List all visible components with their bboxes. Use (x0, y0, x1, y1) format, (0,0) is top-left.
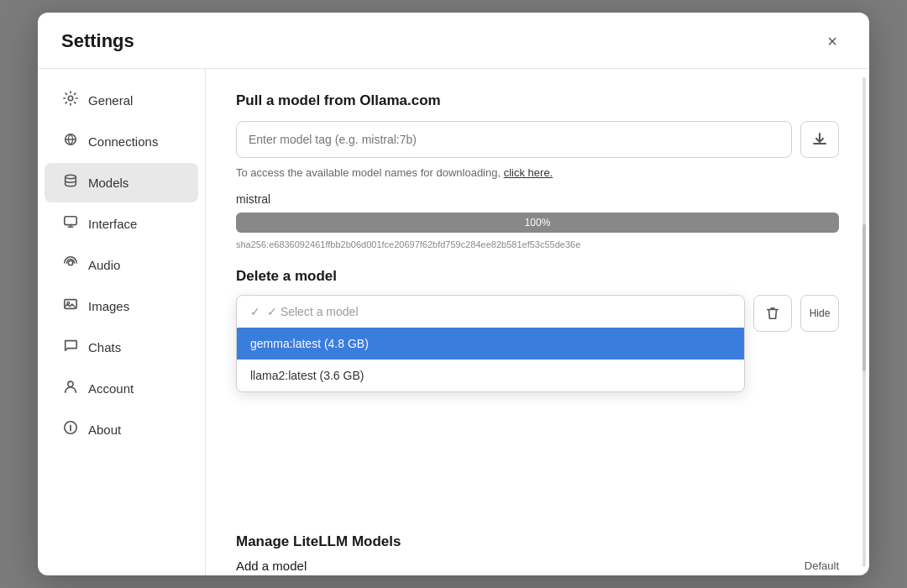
sidebar-item-models[interactable]: Models (45, 163, 198, 202)
dropdown-placeholder-item: ✓ ✓ Select a model (237, 296, 744, 328)
svg-point-6 (68, 381, 73, 386)
sidebar-item-label-audio: Audio (88, 258, 120, 272)
add-model-label: Add a model (236, 559, 307, 573)
sidebar-item-images[interactable]: Images (45, 286, 198, 326)
sidebar-item-label-models: Models (88, 176, 128, 190)
sha-text: sha256:e6836092461ffbb2b06d001fce20697f6… (236, 239, 839, 249)
content-area: Pull a model from Ollama.com To access t… (206, 69, 869, 575)
sidebar-item-account[interactable]: Account (45, 369, 198, 408)
modal-backdrop: Settings × General Connections Models In… (0, 0, 907, 588)
sidebar-item-label-connections: Connections (88, 134, 158, 149)
svg-point-1 (66, 175, 76, 179)
svg-point-3 (68, 260, 72, 265)
sidebar-item-label-general: General (88, 93, 133, 108)
sidebar-item-connections[interactable]: Connections (45, 122, 198, 161)
download-button[interactable] (800, 121, 839, 158)
trash-icon (765, 306, 780, 321)
account-icon (61, 379, 80, 398)
svg-rect-2 (65, 217, 76, 225)
dropdown-item-gemma[interactable]: gemma:latest (4.8 GB) (237, 328, 744, 360)
sidebar: General Connections Models Interface Aud… (38, 69, 206, 575)
sidebar-item-audio[interactable]: Audio (45, 245, 198, 285)
sidebar-item-about[interactable]: About (45, 410, 198, 449)
progress-bar-container: 100% (236, 213, 839, 233)
close-button[interactable]: × (819, 28, 846, 55)
svg-point-0 (68, 96, 72, 100)
default-label: Default (805, 559, 839, 572)
hide-label: Hide (810, 307, 831, 319)
general-icon (61, 91, 80, 110)
interface-icon (61, 214, 80, 234)
manage-section: Manage LiteLLM Models Add a model Defaul… (236, 533, 839, 575)
sidebar-item-label-about: About (88, 423, 121, 437)
sidebar-item-interface[interactable]: Interface (45, 204, 198, 244)
dropdown-item-llama2[interactable]: llama2:latest (3.6 GB) (237, 360, 744, 391)
model-name-label: mistral (236, 192, 839, 206)
images-icon (61, 297, 80, 316)
delete-row: ✓ ✓ Select a model gemma:latest (4.8 GB)… (236, 295, 839, 332)
download-icon (811, 131, 828, 148)
about-icon (61, 420, 80, 439)
progress-label: 100% (525, 217, 551, 228)
pull-section-title: Pull a model from Ollama.com (236, 92, 839, 109)
audio-icon (61, 255, 80, 275)
hide-button[interactable]: Hide (800, 295, 839, 332)
delete-section-title: Delete a model (236, 268, 839, 285)
modal-title: Settings (61, 30, 134, 52)
models-icon (61, 173, 80, 192)
settings-modal: Settings × General Connections Models In… (38, 13, 869, 575)
sidebar-item-general[interactable]: General (45, 81, 198, 120)
manage-section-title: Manage LiteLLM Models (236, 533, 839, 550)
add-model-row-header: Add a model Default (236, 559, 839, 573)
sidebar-item-label-account: Account (88, 381, 134, 396)
click-here-link[interactable]: click here. (504, 166, 553, 179)
chats-icon (61, 338, 80, 357)
model-tag-input[interactable] (236, 121, 792, 158)
connections-icon (61, 132, 80, 151)
scrollbar-track (862, 77, 866, 567)
hint-text: To access the available model names for … (236, 166, 839, 179)
sidebar-item-chats[interactable]: Chats (45, 328, 198, 367)
sidebar-item-label-images: Images (88, 299, 129, 313)
scrollbar-thumb[interactable] (862, 224, 866, 371)
progress-bar-fill: 100% (236, 213, 839, 233)
sidebar-item-label-chats: Chats (88, 340, 121, 354)
delete-button[interactable] (753, 295, 792, 332)
dropdown-menu: ✓ ✓ Select a model gemma:latest (4.8 GB)… (236, 295, 745, 392)
sidebar-item-label-interface: Interface (88, 217, 137, 231)
modal-body: General Connections Models Interface Aud… (38, 69, 869, 575)
modal-header: Settings × (38, 13, 869, 69)
pull-model-row (236, 121, 839, 158)
